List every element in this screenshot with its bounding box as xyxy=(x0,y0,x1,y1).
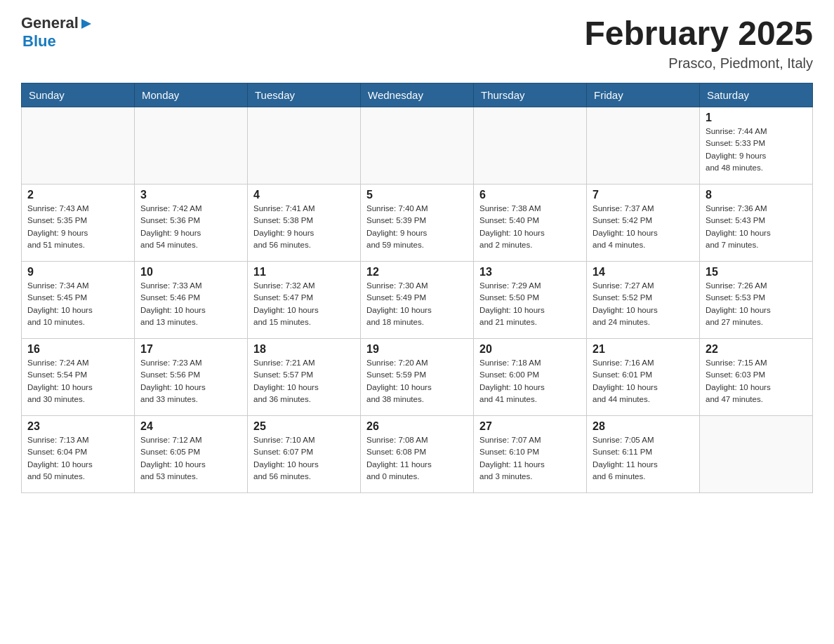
weekday-header-tuesday: Tuesday xyxy=(248,83,361,107)
day-info: Sunrise: 7:44 AM Sunset: 5:33 PM Dayligh… xyxy=(706,126,807,174)
calendar-cell xyxy=(135,107,248,185)
day-info: Sunrise: 7:27 AM Sunset: 5:52 PM Dayligh… xyxy=(593,280,694,328)
day-info: Sunrise: 7:16 AM Sunset: 6:01 PM Dayligh… xyxy=(593,357,694,405)
calendar-cell xyxy=(474,107,587,185)
day-number: 22 xyxy=(706,343,807,356)
weekday-header-thursday: Thursday xyxy=(474,83,587,107)
day-number: 10 xyxy=(140,266,241,279)
calendar-header-row: SundayMondayTuesdayWednesdayThursdayFrid… xyxy=(22,83,813,107)
day-number: 17 xyxy=(140,343,241,356)
calendar-cell: 13Sunrise: 7:29 AM Sunset: 5:50 PM Dayli… xyxy=(474,262,587,339)
day-number: 2 xyxy=(27,189,128,201)
day-info: Sunrise: 7:34 AM Sunset: 5:45 PM Dayligh… xyxy=(27,280,128,328)
day-info: Sunrise: 7:30 AM Sunset: 5:49 PM Dayligh… xyxy=(366,280,468,328)
day-number: 13 xyxy=(479,266,581,279)
day-info: Sunrise: 7:41 AM Sunset: 5:38 PM Dayligh… xyxy=(253,203,355,251)
calendar-week-row: 2Sunrise: 7:43 AM Sunset: 5:35 PM Daylig… xyxy=(22,185,813,262)
title-block: February 2025 Prasco, Piedmont, Italy xyxy=(584,14,813,72)
day-info: Sunrise: 7:43 AM Sunset: 5:35 PM Dayligh… xyxy=(27,203,128,251)
day-info: Sunrise: 7:21 AM Sunset: 5:57 PM Dayligh… xyxy=(253,357,355,405)
calendar-cell: 15Sunrise: 7:26 AM Sunset: 5:53 PM Dayli… xyxy=(700,262,813,339)
page-header: General Blue February 2025 Prasco, Piedm… xyxy=(21,14,813,72)
calendar-cell: 5Sunrise: 7:40 AM Sunset: 5:39 PM Daylig… xyxy=(361,185,474,262)
calendar-cell: 4Sunrise: 7:41 AM Sunset: 5:38 PM Daylig… xyxy=(248,185,361,262)
day-number: 23 xyxy=(27,420,128,433)
day-info: Sunrise: 7:37 AM Sunset: 5:42 PM Dayligh… xyxy=(593,203,694,251)
day-number: 15 xyxy=(706,266,807,279)
logo-arrow-icon xyxy=(80,18,93,30)
day-number: 16 xyxy=(27,343,128,356)
calendar-cell: 28Sunrise: 7:05 AM Sunset: 6:11 PM Dayli… xyxy=(587,416,700,493)
calendar-cell: 26Sunrise: 7:08 AM Sunset: 6:08 PM Dayli… xyxy=(361,416,474,493)
calendar-cell xyxy=(587,107,700,185)
day-info: Sunrise: 7:12 AM Sunset: 6:05 PM Dayligh… xyxy=(140,434,241,483)
calendar-cell: 7Sunrise: 7:37 AM Sunset: 5:42 PM Daylig… xyxy=(587,185,700,262)
calendar-cell: 3Sunrise: 7:42 AM Sunset: 5:36 PM Daylig… xyxy=(135,185,248,262)
calendar-cell: 2Sunrise: 7:43 AM Sunset: 5:35 PM Daylig… xyxy=(22,185,135,262)
calendar-week-row: 16Sunrise: 7:24 AM Sunset: 5:54 PM Dayli… xyxy=(22,339,813,416)
calendar-cell: 6Sunrise: 7:38 AM Sunset: 5:40 PM Daylig… xyxy=(474,185,587,262)
logo-blue-text: Blue xyxy=(22,32,93,51)
day-info: Sunrise: 7:13 AM Sunset: 6:04 PM Dayligh… xyxy=(27,434,128,483)
calendar-table: SundayMondayTuesdayWednesdayThursdayFrid… xyxy=(21,83,813,493)
calendar-cell: 1Sunrise: 7:44 AM Sunset: 5:33 PM Daylig… xyxy=(700,107,813,185)
calendar-cell: 9Sunrise: 7:34 AM Sunset: 5:45 PM Daylig… xyxy=(22,262,135,339)
svg-marker-0 xyxy=(81,19,91,29)
calendar-cell: 18Sunrise: 7:21 AM Sunset: 5:57 PM Dayli… xyxy=(248,339,361,416)
day-info: Sunrise: 7:07 AM Sunset: 6:10 PM Dayligh… xyxy=(479,434,581,483)
day-info: Sunrise: 7:05 AM Sunset: 6:11 PM Dayligh… xyxy=(593,434,694,483)
calendar-cell: 19Sunrise: 7:20 AM Sunset: 5:59 PM Dayli… xyxy=(361,339,474,416)
calendar-cell: 22Sunrise: 7:15 AM Sunset: 6:03 PM Dayli… xyxy=(700,339,813,416)
day-info: Sunrise: 7:36 AM Sunset: 5:43 PM Dayligh… xyxy=(706,203,807,251)
day-info: Sunrise: 7:18 AM Sunset: 6:00 PM Dayligh… xyxy=(479,357,581,405)
logo-general-text: General xyxy=(21,14,79,32)
day-number: 24 xyxy=(140,420,241,433)
calendar-cell xyxy=(248,107,361,185)
day-number: 20 xyxy=(479,343,581,356)
day-number: 9 xyxy=(27,266,128,279)
day-number: 26 xyxy=(366,420,468,433)
day-number: 12 xyxy=(366,266,468,279)
weekday-header-saturday: Saturday xyxy=(700,83,813,107)
calendar-cell xyxy=(700,416,813,493)
calendar-cell: 21Sunrise: 7:16 AM Sunset: 6:01 PM Dayli… xyxy=(587,339,700,416)
calendar-cell: 14Sunrise: 7:27 AM Sunset: 5:52 PM Dayli… xyxy=(587,262,700,339)
day-info: Sunrise: 7:10 AM Sunset: 6:07 PM Dayligh… xyxy=(253,434,355,483)
day-info: Sunrise: 7:33 AM Sunset: 5:46 PM Dayligh… xyxy=(140,280,241,328)
calendar-cell: 24Sunrise: 7:12 AM Sunset: 6:05 PM Dayli… xyxy=(135,416,248,493)
weekday-header-friday: Friday xyxy=(587,83,700,107)
day-number: 18 xyxy=(253,343,355,356)
day-info: Sunrise: 7:40 AM Sunset: 5:39 PM Dayligh… xyxy=(366,203,468,251)
day-info: Sunrise: 7:08 AM Sunset: 6:08 PM Dayligh… xyxy=(366,434,468,483)
calendar-week-row: 9Sunrise: 7:34 AM Sunset: 5:45 PM Daylig… xyxy=(22,262,813,339)
day-number: 28 xyxy=(593,420,694,433)
calendar-cell: 20Sunrise: 7:18 AM Sunset: 6:00 PM Dayli… xyxy=(474,339,587,416)
calendar-cell: 11Sunrise: 7:32 AM Sunset: 5:47 PM Dayli… xyxy=(248,262,361,339)
calendar-cell: 17Sunrise: 7:23 AM Sunset: 5:56 PM Dayli… xyxy=(135,339,248,416)
weekday-header-wednesday: Wednesday xyxy=(361,83,474,107)
calendar-cell: 10Sunrise: 7:33 AM Sunset: 5:46 PM Dayli… xyxy=(135,262,248,339)
day-info: Sunrise: 7:20 AM Sunset: 5:59 PM Dayligh… xyxy=(366,357,468,405)
calendar-week-row: 1Sunrise: 7:44 AM Sunset: 5:33 PM Daylig… xyxy=(22,107,813,185)
calendar-cell xyxy=(22,107,135,185)
weekday-header-sunday: Sunday xyxy=(22,83,135,107)
day-number: 25 xyxy=(253,420,355,433)
day-info: Sunrise: 7:24 AM Sunset: 5:54 PM Dayligh… xyxy=(27,357,128,405)
day-number: 6 xyxy=(479,189,581,201)
day-number: 5 xyxy=(366,189,468,201)
day-number: 1 xyxy=(706,112,807,124)
day-number: 14 xyxy=(593,266,694,279)
calendar-cell xyxy=(361,107,474,185)
day-number: 11 xyxy=(253,266,355,279)
day-info: Sunrise: 7:23 AM Sunset: 5:56 PM Dayligh… xyxy=(140,357,241,405)
day-info: Sunrise: 7:38 AM Sunset: 5:40 PM Dayligh… xyxy=(479,203,581,251)
day-info: Sunrise: 7:42 AM Sunset: 5:36 PM Dayligh… xyxy=(140,203,241,251)
day-number: 8 xyxy=(706,189,807,201)
logo: General Blue xyxy=(21,14,93,51)
calendar-cell: 25Sunrise: 7:10 AM Sunset: 6:07 PM Dayli… xyxy=(248,416,361,493)
calendar-cell: 12Sunrise: 7:30 AM Sunset: 5:49 PM Dayli… xyxy=(361,262,474,339)
day-info: Sunrise: 7:26 AM Sunset: 5:53 PM Dayligh… xyxy=(706,280,807,328)
day-info: Sunrise: 7:32 AM Sunset: 5:47 PM Dayligh… xyxy=(253,280,355,328)
day-info: Sunrise: 7:15 AM Sunset: 6:03 PM Dayligh… xyxy=(706,357,807,405)
day-number: 19 xyxy=(366,343,468,356)
